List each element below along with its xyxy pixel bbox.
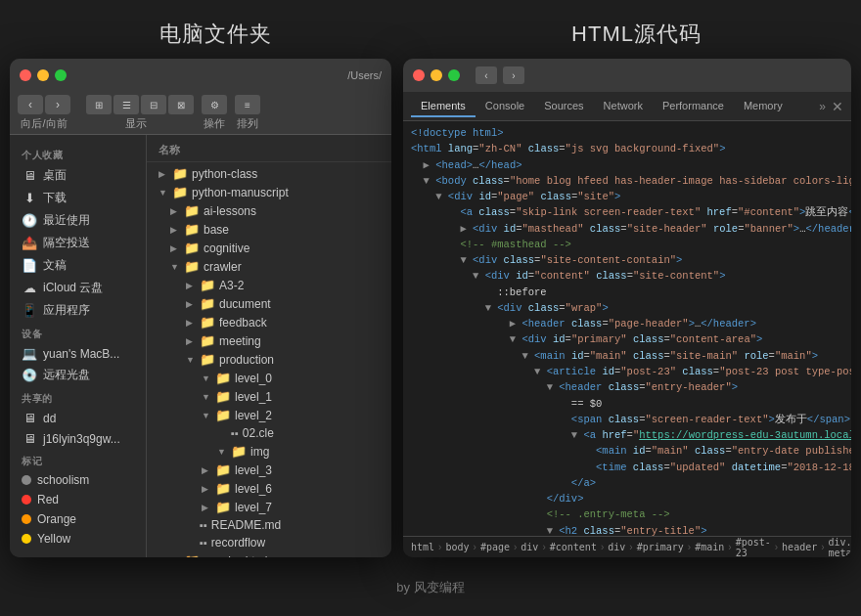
- list-item[interactable]: ▪▪ README.md: [147, 516, 391, 534]
- sort-button[interactable]: ≡: [235, 95, 260, 114]
- gallery-view-button[interactable]: ⊠: [168, 95, 194, 114]
- list-item[interactable]: ▼ 📁 python-manuscript: [147, 183, 391, 201]
- sidebar-item-tag-schoolism[interactable]: schoolism: [10, 470, 146, 490]
- breadcrumb-page[interactable]: #page: [480, 542, 510, 552]
- breadcrumb-div2[interactable]: div: [608, 542, 625, 552]
- devices-label: 设备: [10, 322, 146, 343]
- nav-btn-group: ‹ ›: [18, 95, 70, 114]
- devtools-minimize-button[interactable]: [430, 69, 442, 81]
- list-item[interactable]: ▶ 📁 level_6: [147, 479, 391, 498]
- minimize-button[interactable]: [37, 69, 49, 81]
- sidebar-item-label: Red: [37, 493, 59, 506]
- column-view-button[interactable]: ⊟: [141, 95, 166, 114]
- tab-memory[interactable]: Memory: [734, 96, 793, 117]
- list-view-button[interactable]: ☰: [113, 95, 139, 114]
- sidebar-item-recent[interactable]: 🕐 最近使用: [10, 209, 146, 232]
- folder-icon: 📁: [184, 259, 200, 274]
- sidebar-item-desktop[interactable]: 🖥 桌面: [10, 164, 146, 187]
- sidebar-item-tag-orange[interactable]: Orange: [10, 509, 146, 529]
- list-item[interactable]: ▼ 📁 level_0: [147, 369, 391, 387]
- list-item[interactable]: ▶ 📁 crawler-html: [147, 551, 391, 557]
- breadcrumb-primary[interactable]: #primary: [637, 542, 684, 552]
- sidebar-item-macbook[interactable]: 💻 yuan's MacB...: [10, 343, 146, 364]
- sidebar-item-tag-red[interactable]: Red: [10, 490, 146, 509]
- sidebar-item-tag-yellow[interactable]: Yellow: [10, 529, 146, 549]
- sidebar-item-icloud[interactable]: ☁ iCloud 云盘: [10, 277, 146, 299]
- tab-performance[interactable]: Performance: [653, 96, 734, 117]
- devtools-forward-button[interactable]: ›: [503, 66, 524, 84]
- shared-label: 共享的: [10, 386, 146, 408]
- list-item[interactable]: ▼ 📁 level_2: [147, 406, 391, 424]
- sidebar-item-label: 远程光盘: [43, 367, 90, 383]
- download-icon: ⬇: [22, 191, 37, 205]
- list-item[interactable]: ▶ 📁 level_3: [147, 461, 391, 479]
- breadcrumb-body[interactable]: body: [445, 542, 469, 552]
- list-item[interactable]: ▪▪ recordflow: [147, 534, 391, 551]
- list-item[interactable]: ▼ 📁 level_1: [147, 387, 391, 406]
- list-item[interactable]: ▶ 📁 ducument: [147, 294, 391, 313]
- sidebar-item-airdrop[interactable]: 📤 隔空投送: [10, 232, 146, 254]
- devtools-back-button[interactable]: ‹: [476, 66, 497, 84]
- sidebar-item-downloads[interactable]: ⬇ 下载: [10, 187, 146, 209]
- breadcrumb-header[interactable]: header: [782, 542, 817, 552]
- expand-arrow-icon: ▶: [202, 465, 211, 475]
- sidebar-item-optical[interactable]: 💿 远程光盘: [10, 364, 146, 386]
- list-item[interactable]: ▶ 📁 A3-2: [147, 276, 391, 294]
- list-item[interactable]: ▶ 📁 feedback: [147, 313, 391, 331]
- breadcrumb-html[interactable]: html: [411, 542, 434, 552]
- list-item[interactable]: ▼ 📁 crawler: [147, 257, 391, 276]
- code-line: ▼ <div id="primary" class="content-area"…: [411, 331, 843, 347]
- sidebar-item-docs[interactable]: 📄 文稿: [10, 254, 146, 277]
- list-item[interactable]: ▪▪ 02.cle: [147, 424, 391, 442]
- back-button[interactable]: ‹: [18, 95, 43, 114]
- code-line: <html lang="zh-CN" class="js svg backgro…: [411, 141, 843, 156]
- forward-button[interactable]: ›: [45, 95, 70, 114]
- folder-icon: 📁: [215, 462, 231, 477]
- main-container: 电脑文件夹 HTML源代码 /Users/ ‹ › 向后/向前: [10, 20, 851, 596]
- code-line: ▼ <div id="content" class="site-content"…: [411, 268, 843, 284]
- file-item-name: A3-2: [219, 279, 244, 292]
- nav-section: ‹ › 向后/向前: [18, 95, 70, 131]
- list-item[interactable]: ▼ 📁 production: [147, 350, 391, 369]
- list-item[interactable]: ▼ 📁 img: [147, 442, 391, 461]
- tab-network[interactable]: Network: [594, 96, 653, 117]
- breadcrumb-content[interactable]: #content: [550, 542, 597, 552]
- sort-section: ≡ 排列: [235, 95, 260, 131]
- devtools-maximize-button[interactable]: [448, 69, 460, 81]
- breadcrumb-main[interactable]: #main: [695, 542, 724, 552]
- expand-arrow-icon: ▼: [159, 188, 168, 198]
- breadcrumb-div[interactable]: div: [521, 542, 538, 552]
- file-icon: ▪▪: [200, 519, 207, 531]
- sidebar-item-shared-j16[interactable]: 🖥 j16lyin3q9gw...: [10, 428, 146, 449]
- code-line: ▼ <div id="page" class="site">: [411, 189, 843, 204]
- action-button[interactable]: ⚙: [202, 95, 227, 114]
- view-section: ⊞ ☰ ⊟ ⊠ 显示: [78, 95, 194, 131]
- maximize-button[interactable]: [55, 69, 67, 81]
- list-item[interactable]: ▶ 📁 meeting: [147, 331, 391, 350]
- sidebar-item-shared-dd[interactable]: 🖥 dd: [10, 408, 146, 428]
- folder-icon: 📁: [184, 203, 200, 218]
- sidebar-item-apps[interactable]: 📱 应用程序: [10, 299, 146, 322]
- list-item[interactable]: ▶ 📁 level_7: [147, 498, 391, 516]
- tab-console[interactable]: Console: [476, 96, 534, 117]
- code-line: <!doctype html>: [411, 125, 843, 141]
- close-button[interactable]: [20, 69, 31, 81]
- breadcrumb-entry-meta[interactable]: div.entry-meta: [829, 537, 851, 558]
- optical-icon: 💿: [22, 368, 37, 382]
- devtools-close-button[interactable]: [413, 69, 425, 81]
- code-line: ▶ <head>…</head>: [411, 157, 843, 173]
- list-item[interactable]: ▶ 📁 ai-lessons: [147, 201, 391, 220]
- tab-sources[interactable]: Sources: [534, 96, 593, 117]
- list-item[interactable]: ▶ 📁 base: [147, 220, 391, 239]
- icon-view-button[interactable]: ⊞: [86, 95, 112, 114]
- devtools-more-button[interactable]: »: [819, 100, 826, 113]
- list-item[interactable]: ▶ 📁 python-class: [147, 164, 391, 183]
- file-item-name: ai-lessons: [204, 204, 256, 218]
- list-item[interactable]: ▶ 📁 cognitive: [147, 239, 391, 257]
- sidebar-item-label: 最近使用: [43, 212, 90, 229]
- tab-elements[interactable]: Elements: [411, 96, 476, 117]
- devtools-panel-close-button[interactable]: ✕: [832, 99, 843, 114]
- devtools-code-panel[interactable]: <!doctype html> <html lang="zh-CN" class…: [403, 121, 851, 536]
- file-item-name: base: [204, 223, 229, 237]
- breadcrumb-post23[interactable]: #post-23: [736, 537, 771, 558]
